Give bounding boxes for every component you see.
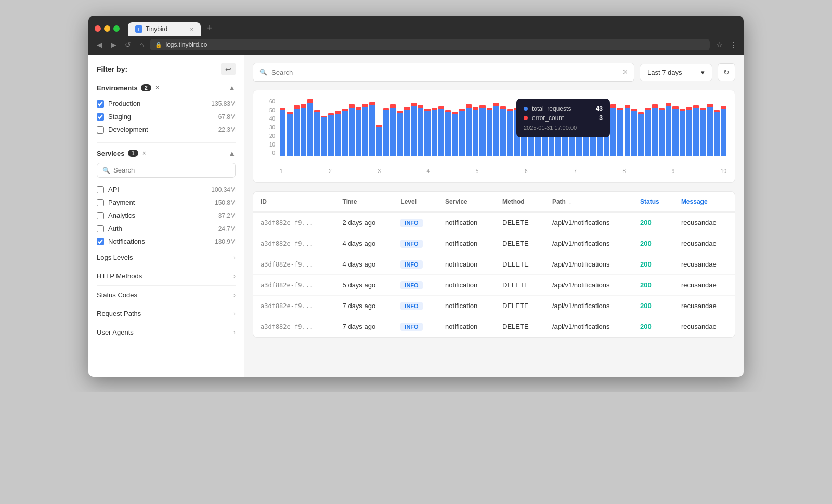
env-staging-label[interactable]: Staging <box>108 113 214 121</box>
service-analytics-checkbox[interactable] <box>97 212 104 219</box>
table-row[interactable]: a3df882e-f9... 5 days ago INFO notificat… <box>253 275 735 296</box>
bar-group-64[interactable] <box>721 99 726 156</box>
bar-group-54[interactable] <box>652 99 658 156</box>
bar-group-26[interactable] <box>459 99 465 156</box>
bar-group-28[interactable] <box>473 99 478 156</box>
service-payment-checkbox[interactable] <box>97 199 104 206</box>
service-auth-label[interactable]: Auth <box>108 224 214 232</box>
bar-group-23[interactable] <box>438 99 444 156</box>
bar-group-32[interactable] <box>500 99 506 156</box>
bar-group-49[interactable] <box>617 99 623 156</box>
status-codes-section[interactable]: Status Codes › <box>97 285 236 304</box>
bar-group-59[interactable] <box>686 99 692 156</box>
minimize-button[interactable] <box>104 25 110 32</box>
bar-group-8[interactable] <box>335 99 341 156</box>
bar-group-60[interactable] <box>693 99 699 156</box>
services-clear-button[interactable]: × <box>141 150 147 157</box>
search-clear-button[interactable]: × <box>623 68 628 77</box>
back-button[interactable]: ◀ <box>95 39 105 50</box>
bar-group-1[interactable] <box>287 99 292 156</box>
bar-group-48[interactable] <box>610 99 616 156</box>
bookmark-button[interactable]: ☆ <box>714 39 725 50</box>
bar-group-3[interactable] <box>301 99 306 156</box>
bar-group-57[interactable] <box>672 99 678 156</box>
service-api-checkbox[interactable] <box>97 186 104 193</box>
service-api-label[interactable]: API <box>108 185 207 193</box>
env-development-checkbox[interactable] <box>97 126 104 134</box>
new-tab-button[interactable]: + <box>203 21 217 36</box>
env-development-label[interactable]: Development <box>108 126 214 134</box>
table-row[interactable]: a3df882e-f9... 7 days ago INFO notificat… <box>253 316 735 337</box>
bar-group-18[interactable] <box>404 99 410 156</box>
collapse-button[interactable]: ↩ <box>221 63 236 75</box>
bar-group-10[interactable] <box>349 99 355 156</box>
service-payment-label[interactable]: Payment <box>108 198 211 206</box>
bar-group-9[interactable] <box>342 99 347 156</box>
main-search-box[interactable]: 🔍 × <box>253 63 634 82</box>
service-notifications-label[interactable]: Notifications <box>108 237 211 245</box>
bar-group-6[interactable] <box>321 99 327 156</box>
time-filter-dropdown[interactable]: Last 7 days ▾ <box>640 64 712 81</box>
service-auth-checkbox[interactable] <box>97 225 104 232</box>
active-tab[interactable]: T Tinybird × <box>128 22 201 36</box>
bar-group-21[interactable] <box>424 99 430 156</box>
bar-group-4[interactable] <box>307 99 313 156</box>
refresh-button[interactable]: ↻ <box>718 63 735 81</box>
reload-button[interactable]: ↺ <box>123 39 133 50</box>
services-toggle-button[interactable]: ▲ <box>228 149 236 157</box>
services-search-box[interactable]: 🔍 <box>97 163 236 178</box>
env-staging-checkbox[interactable] <box>97 113 104 121</box>
address-bar[interactable]: 🔒 logs.tinybird.co <box>150 39 710 50</box>
service-analytics-label[interactable]: Analytics <box>108 211 214 219</box>
bar-group-31[interactable] <box>493 99 499 156</box>
logs-levels-section[interactable]: Logs Levels › <box>97 248 236 267</box>
bar-group-12[interactable] <box>362 99 368 156</box>
bar-group-51[interactable] <box>631 99 637 156</box>
bar-group-55[interactable] <box>659 99 665 156</box>
close-button[interactable] <box>95 25 101 32</box>
table-row[interactable]: a3df882e-f9... 4 days ago INFO notificat… <box>253 254 735 275</box>
bar-group-0[interactable] <box>280 99 285 156</box>
bar-group-16[interactable] <box>390 99 396 156</box>
bar-group-22[interactable] <box>432 99 437 156</box>
bar-group-25[interactable] <box>452 99 458 156</box>
table-row[interactable]: a3df882e-f9... 7 days ago INFO notificat… <box>253 296 735 316</box>
bar-group-11[interactable] <box>356 99 361 156</box>
http-methods-section[interactable]: HTTP Methods › <box>97 267 236 285</box>
tab-close-icon[interactable]: × <box>190 26 193 32</box>
env-production-checkbox[interactable] <box>97 100 104 108</box>
bar-group-19[interactable] <box>411 99 417 156</box>
bar-group-58[interactable] <box>680 99 685 156</box>
browser-menu-button[interactable]: ⋮ <box>729 40 737 50</box>
request-paths-section[interactable]: Request Paths › <box>97 304 236 323</box>
bar-group-17[interactable] <box>397 99 402 156</box>
environments-toggle-button[interactable]: ▲ <box>228 84 236 92</box>
bar-group-24[interactable] <box>445 99 451 156</box>
bar-group-30[interactable] <box>487 99 492 156</box>
bar-group-29[interactable] <box>479 99 485 156</box>
home-button[interactable]: ⌂ <box>137 39 146 50</box>
bar-group-63[interactable] <box>714 99 720 156</box>
bar-group-2[interactable] <box>294 99 300 156</box>
bar-group-33[interactable] <box>507 99 513 156</box>
bar-group-52[interactable] <box>638 99 644 156</box>
bar-group-5[interactable] <box>314 99 320 156</box>
table-row[interactable]: a3df882e-f9... 2 days ago INFO notificat… <box>253 212 735 233</box>
bar-group-27[interactable] <box>466 99 472 156</box>
bar-group-7[interactable] <box>328 99 334 156</box>
bar-group-62[interactable] <box>707 99 713 156</box>
bar-group-20[interactable] <box>418 99 423 156</box>
bar-group-13[interactable] <box>369 99 375 156</box>
bar-group-61[interactable] <box>700 99 706 156</box>
maximize-button[interactable] <box>113 25 120 32</box>
bar-group-15[interactable] <box>383 99 389 156</box>
col-path[interactable]: Path ↓ <box>545 192 633 212</box>
forward-button[interactable]: ▶ <box>109 39 119 50</box>
table-row[interactable]: a3df882e-f9... 4 days ago INFO notificat… <box>253 233 735 254</box>
bar-group-56[interactable] <box>666 99 671 156</box>
main-search-input[interactable] <box>271 69 619 76</box>
bar-group-14[interactable] <box>376 99 382 156</box>
env-production-label[interactable]: Production <box>108 100 207 108</box>
user-agents-section[interactable]: User Agents › <box>97 323 236 341</box>
service-notifications-checkbox[interactable] <box>97 238 104 245</box>
